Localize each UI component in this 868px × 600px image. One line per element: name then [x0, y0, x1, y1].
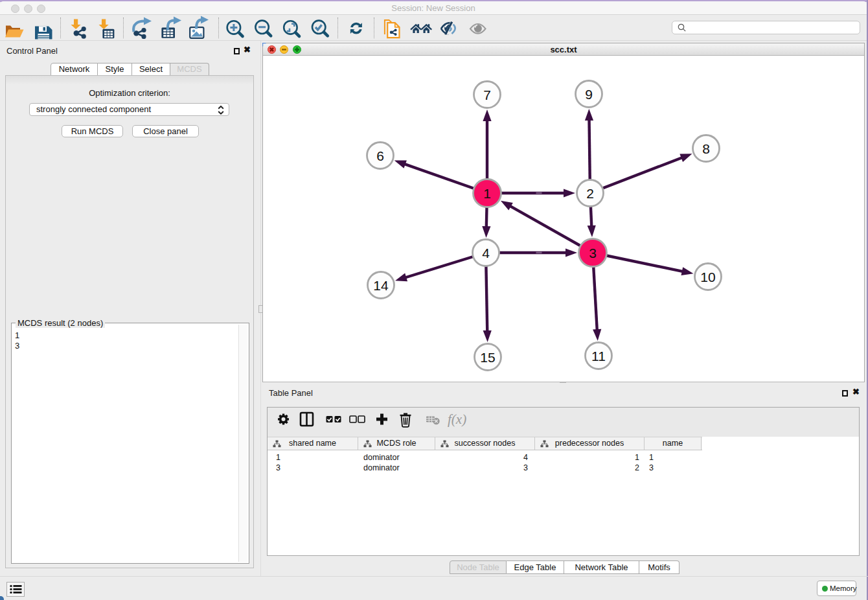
svg-text:3: 3 [589, 246, 597, 260]
svg-text:1: 1 [483, 186, 491, 201]
svg-text:8: 8 [702, 141, 710, 156]
svg-text:9: 9 [585, 87, 593, 102]
svg-text:14: 14 [373, 278, 389, 293]
svg-text:15: 15 [480, 350, 495, 365]
svg-text:6: 6 [376, 148, 384, 163]
svg-text:10: 10 [700, 270, 715, 284]
svg-text:f(x): f(x) [448, 411, 466, 427]
svg-text:7: 7 [483, 87, 491, 102]
svg-text:2: 2 [586, 186, 594, 201]
svg-text:4: 4 [482, 246, 490, 260]
svg-text:11: 11 [591, 349, 606, 363]
